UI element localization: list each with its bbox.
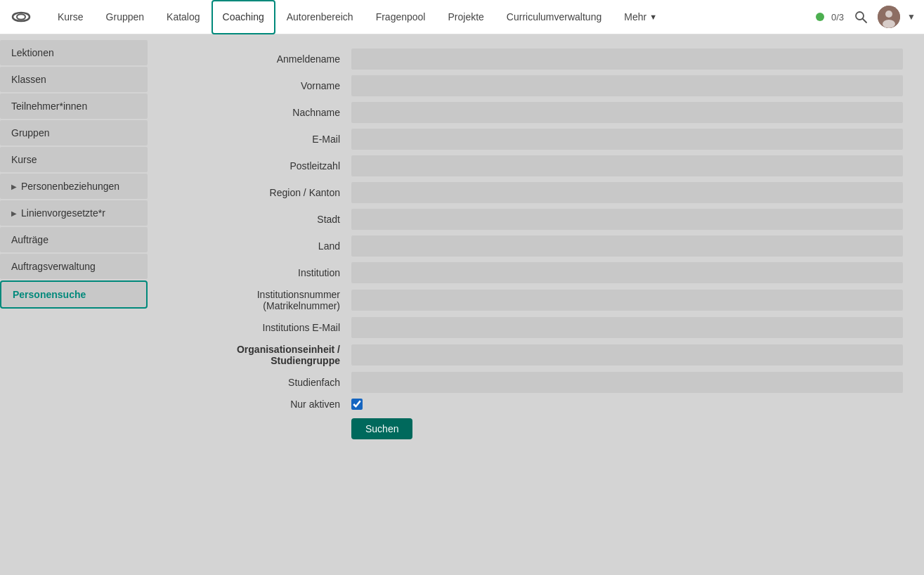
region-row: Region / Kanton	[169, 182, 903, 203]
sidebar-item-gruppen[interactable]: Gruppen	[0, 120, 148, 146]
sidebar-item-kurse[interactable]: Kurse	[0, 147, 148, 172]
institutions-email-row: Institutions E-Mail	[169, 317, 903, 338]
search-button-row: Suchen	[351, 415, 903, 439]
institutionsnummer-input[interactable]	[351, 290, 903, 311]
search-button[interactable]	[851, 7, 871, 27]
region-label: Region / Kanton	[169, 187, 351, 198]
anmeldename-row: Anmeldename	[169, 49, 903, 70]
nav-curriculumverwaltung[interactable]: Curriculumverwaltung	[495, 0, 613, 34]
email-row: E-Mail	[169, 129, 903, 150]
nav-projekte[interactable]: Projekte	[436, 0, 495, 34]
sidebar-item-teilnehmer[interactable]: Teilnehmer*innen	[0, 93, 148, 119]
top-navigation: Kurse Gruppen Katalog Coaching Autorenbe…	[0, 0, 924, 34]
nav-katalog[interactable]: Katalog	[155, 0, 211, 34]
nur-aktiven-checkbox[interactable]	[351, 399, 363, 410]
svg-point-3	[885, 11, 892, 18]
nachname-label: Nachname	[169, 107, 351, 118]
nav-mehr[interactable]: Mehr ▼	[613, 0, 668, 34]
user-menu-arrow[interactable]: ▼	[907, 12, 916, 22]
nav-autorenbereich[interactable]: Autorenbereich	[275, 0, 365, 34]
svg-point-4	[883, 20, 895, 28]
org-einheit-input[interactable]	[351, 344, 903, 366]
nav-coaching[interactable]: Coaching	[212, 0, 275, 34]
org-einheit-row: Organisationseinheit / Studiengruppe	[169, 344, 903, 366]
session-badge: 0/3	[831, 12, 844, 22]
content-area: Anmeldename Vorname Nachname E-Mail Post…	[148, 34, 924, 575]
institution-row: Institution	[169, 262, 903, 283]
svg-line-1	[863, 19, 866, 22]
postleitzahl-label: Postleitzahl	[169, 160, 351, 172]
nav-gruppen[interactable]: Gruppen	[95, 0, 155, 34]
vorname-input[interactable]	[351, 75, 903, 96]
institution-label: Institution	[169, 267, 351, 278]
app-logo[interactable]	[8, 4, 34, 30]
search-submit-button[interactable]: Suchen	[351, 418, 412, 439]
nav-kurse[interactable]: Kurse	[46, 0, 95, 34]
main-layout: Lektionen Klassen Teilnehmer*innen Grupp…	[0, 34, 924, 575]
studienfach-row: Studienfach	[169, 372, 903, 393]
vorname-label: Vorname	[169, 80, 351, 91]
anmeldename-input[interactable]	[351, 49, 903, 70]
sidebar: Lektionen Klassen Teilnehmer*innen Grupp…	[0, 34, 148, 575]
nav-right: 0/3 ▼	[816, 6, 916, 28]
email-input[interactable]	[351, 129, 903, 150]
vorname-row: Vorname	[169, 75, 903, 96]
nav-fragenpool[interactable]: Fragenpool	[365, 0, 437, 34]
land-input[interactable]	[351, 235, 903, 257]
institutions-email-input[interactable]	[351, 317, 903, 338]
studienfach-input[interactable]	[351, 372, 903, 393]
user-avatar[interactable]	[878, 6, 900, 28]
land-label: Land	[169, 240, 351, 252]
sidebar-item-auftragsverwaltung[interactable]: Auftragsverwaltung	[0, 254, 148, 279]
email-label: E-Mail	[169, 134, 351, 145]
search-form: Anmeldename Vorname Nachname E-Mail Post…	[169, 49, 903, 439]
anmeldename-label: Anmeldename	[169, 53, 351, 65]
sidebar-item-auftraege[interactable]: Aufträge	[0, 227, 148, 252]
stadt-label: Stadt	[169, 214, 351, 225]
sidebar-item-personenbeziehungen[interactable]: Personenbeziehungen	[0, 174, 148, 199]
region-input[interactable]	[351, 182, 903, 203]
studienfach-label: Studienfach	[169, 377, 351, 388]
nav-items: Kurse Gruppen Katalog Coaching Autorenbe…	[46, 0, 816, 34]
sidebar-item-linienvorgesetzte[interactable]: Linienvorgesetzte*r	[0, 200, 148, 226]
stadt-input[interactable]	[351, 209, 903, 230]
nur-aktiven-row: Nur aktiven	[169, 399, 903, 410]
nachname-row: Nachname	[169, 102, 903, 123]
nur-aktiven-label: Nur aktiven	[169, 399, 351, 410]
institutions-email-label: Institutions E-Mail	[169, 322, 351, 333]
sidebar-item-personensuche[interactable]: Personensuche	[0, 280, 148, 309]
svg-point-0	[856, 12, 864, 20]
institutionsnummer-row: Institutionsnummer (Matrikelnummer)	[169, 289, 903, 311]
sidebar-item-klassen[interactable]: Klassen	[0, 67, 148, 92]
sidebar-item-lektionen[interactable]: Lektionen	[0, 40, 148, 65]
mehr-dropdown-icon: ▼	[649, 13, 657, 21]
stadt-row: Stadt	[169, 209, 903, 230]
org-einheit-label: Organisationseinheit / Studiengruppe	[169, 344, 351, 366]
postleitzahl-input[interactable]	[351, 155, 903, 176]
land-row: Land	[169, 235, 903, 257]
institution-input[interactable]	[351, 262, 903, 283]
postleitzahl-row: Postleitzahl	[169, 155, 903, 176]
nachname-input[interactable]	[351, 102, 903, 123]
institutionsnummer-label: Institutionsnummer (Matrikelnummer)	[169, 289, 351, 311]
status-indicator	[816, 13, 824, 21]
